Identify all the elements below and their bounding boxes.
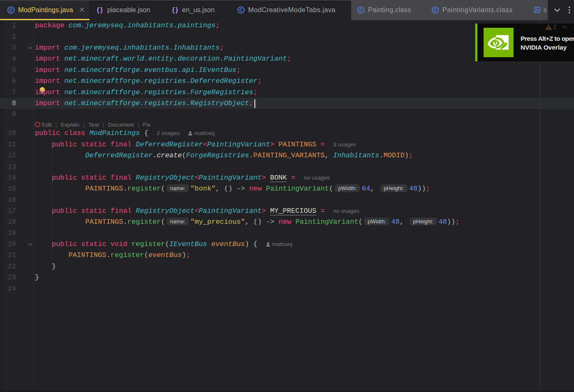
svg-text:C: C — [239, 8, 243, 13]
svg-text:C: C — [9, 8, 13, 13]
svg-text:C: C — [434, 8, 437, 13]
svg-text:C: C — [359, 8, 362, 13]
